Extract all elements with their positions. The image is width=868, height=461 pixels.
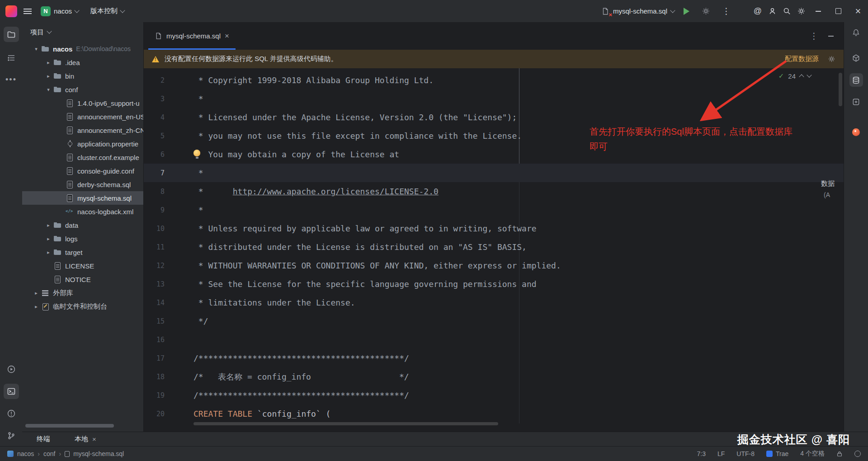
banner-settings-gear-icon[interactable] [828, 55, 835, 63]
project-horizontal-scrollbar[interactable] [25, 424, 114, 428]
run-button[interactable] [684, 8, 689, 15]
tree-item-target[interactable]: ▸target [22, 245, 143, 259]
code-line-8[interactable]: 8 * http://www.apache.org/licenses/LICEN… [144, 182, 844, 201]
line-number[interactable]: 7 [144, 169, 165, 177]
problems-tool-icon[interactable] [4, 406, 19, 421]
tree-item-LICENSE[interactable]: LICENSE [22, 259, 143, 273]
tree-item-application.propertie[interactable]: application.propertie [22, 137, 143, 151]
tree-item-logs[interactable]: ▸logs [22, 232, 143, 245]
inspections-widget[interactable]: ✓ 24 [778, 72, 811, 80]
tree-item-1.4.0-ipv6_support-u[interactable]: 1.4.0-ipv6_support-u [22, 96, 143, 110]
line-number[interactable]: 11 [144, 243, 165, 251]
code-line-19[interactable]: 19/*************************************… [144, 386, 844, 405]
chevron-down-icon[interactable]: ▾ [32, 46, 40, 52]
code-line-9[interactable]: 9 * [144, 201, 844, 219]
breadcrumb-nacos[interactable]: nacos [17, 450, 34, 457]
tree-item-bin[interactable]: ▸bin [22, 69, 143, 83]
user-account-icon[interactable] [765, 4, 779, 19]
tree-item-data[interactable]: ▸data [22, 218, 143, 232]
code-line-10[interactable]: 10 * Unless required by applicable law o… [144, 219, 844, 238]
tree-item-derby-schema.sql[interactable]: derby-schema.sql [22, 178, 143, 191]
tab-close-icon[interactable]: × [92, 435, 96, 443]
git-branch-icon[interactable] [4, 428, 19, 443]
code-line-16[interactable]: 16 [144, 330, 844, 349]
editor-more-icon[interactable]: ⋮ [810, 32, 818, 40]
tree-item-外部库[interactable]: ▸外部库 [22, 286, 143, 300]
close-button[interactable]: × [848, 0, 868, 22]
chevron-up-icon[interactable] [799, 74, 804, 79]
tree-item-nacos[interactable]: ▾nacosE:\Download\nacos [22, 42, 143, 56]
breadcrumb-conf[interactable]: conf [43, 450, 55, 457]
line-number[interactable]: 17 [144, 354, 165, 362]
editor-vertical-scrollbar[interactable] [839, 73, 842, 106]
tree-item-announcement_en-US[interactable]: announcement_en-US [22, 110, 143, 123]
code-line-15[interactable]: 15 */ [144, 312, 844, 330]
tree-item-mysql-schema.sql[interactable]: mysql-schema.sql [22, 191, 143, 205]
editor-horizontal-scrollbar[interactable] [193, 422, 498, 425]
structure-tool-icon[interactable] [4, 50, 19, 66]
run-options-gear-icon[interactable] [698, 4, 713, 19]
chevron-right-icon[interactable]: ▸ [44, 249, 52, 255]
ide-logo-icon[interactable] [5, 5, 17, 17]
tree-item-临时文件和控制台[interactable]: ▸临时文件和控制台 [22, 300, 143, 313]
vcs-widget[interactable]: 版本控制 [88, 5, 127, 17]
tree-item-announcement_zh-CN[interactable]: announcement_zh-CN [22, 123, 143, 137]
chevron-right-icon[interactable]: ▸ [44, 60, 52, 66]
code-line-7[interactable]: 7 * [144, 164, 844, 182]
line-number[interactable]: 18 [144, 373, 165, 381]
code-line-20[interactable]: 20CREATE TABLE `config_info` ( [144, 405, 844, 423]
database-icon[interactable] [849, 73, 863, 87]
code-lines[interactable]: 2 * Copyright 1999-2018 Alibaba Group Ho… [144, 68, 844, 432]
line-number[interactable]: 19 [144, 391, 165, 400]
tree-item-conf[interactable]: ▾conf [22, 83, 143, 96]
tree-item-console-guide.conf[interactable]: console-guide.conf [22, 164, 143, 178]
line-number[interactable]: 10 [144, 225, 165, 233]
code-line-3[interactable]: 3 * [144, 89, 844, 108]
terminal-tab-local[interactable]: 本地 × [75, 435, 96, 443]
at-sign-icon[interactable]: @ [750, 4, 765, 19]
line-number[interactable]: 13 [144, 280, 165, 288]
chevron-down-icon[interactable]: ▾ [44, 87, 52, 93]
trae-badge[interactable]: Trae [766, 450, 788, 457]
line-number[interactable]: 2 [144, 76, 165, 85]
notifications-bell-icon[interactable] [849, 26, 863, 39]
tab-close-icon[interactable]: × [225, 32, 229, 40]
line-number[interactable]: 16 [144, 336, 165, 344]
tree-item-nacos-logback.xml[interactable]: nacos-logback.xml [22, 205, 143, 218]
chevron-right-icon[interactable]: ▸ [44, 73, 52, 79]
status-indicator-icon[interactable] [854, 451, 861, 457]
terminal-tool-icon[interactable] [4, 384, 19, 399]
caret-position[interactable]: 7:3 [697, 450, 706, 457]
code-line-2[interactable]: 2 * Copyright 1999-2018 Alibaba Group Ho… [144, 71, 844, 89]
code-line-18[interactable]: 18/* 表名称 = config_info */ [144, 367, 844, 386]
more-tools-icon[interactable]: ••• [4, 72, 19, 87]
search-icon[interactable] [779, 4, 794, 19]
line-number[interactable]: 4 [144, 113, 165, 122]
chevron-right-icon[interactable]: ▸ [32, 290, 40, 296]
run-config-selector[interactable]: × mysql-schema.sql [601, 7, 675, 15]
tree-item-cluster.conf.example[interactable]: cluster.conf.example [22, 151, 143, 164]
code-line-14[interactable]: 14 * limitations under the License. [144, 293, 844, 312]
more-actions-icon[interactable]: ⋮ [722, 7, 731, 15]
build-icon[interactable] [849, 95, 863, 108]
intention-bulb-icon[interactable] [192, 148, 203, 160]
line-number[interactable]: 6 [144, 151, 165, 159]
line-number[interactable]: 20 [144, 410, 165, 418]
readonly-lock-icon[interactable] [836, 451, 843, 457]
minimize-button[interactable] [808, 0, 828, 22]
run-tool-icon[interactable] [4, 362, 19, 377]
code-line-4[interactable]: 4 * Licensed under the Apache License, V… [144, 108, 844, 127]
code-line-17[interactable]: 17/*************************************… [144, 349, 844, 367]
line-separator[interactable]: LF [717, 450, 725, 457]
settings-gear-icon[interactable] [794, 4, 808, 19]
project-panel-header[interactable]: 项目 [22, 22, 143, 42]
line-number[interactable]: 8 [144, 188, 165, 196]
editor-tab-mysql-schema[interactable]: mysql-schema.sql × [148, 22, 236, 50]
red-plugin-icon[interactable] [849, 125, 863, 139]
file-encoding[interactable]: UTF-8 [736, 450, 755, 457]
main-menu-icon[interactable] [24, 9, 32, 14]
project-widget[interactable]: N nacos [38, 5, 81, 18]
project-tool-icon[interactable] [4, 27, 19, 42]
line-number[interactable]: 14 [144, 299, 165, 307]
indent-setting[interactable]: 4 个空格 [800, 450, 825, 458]
